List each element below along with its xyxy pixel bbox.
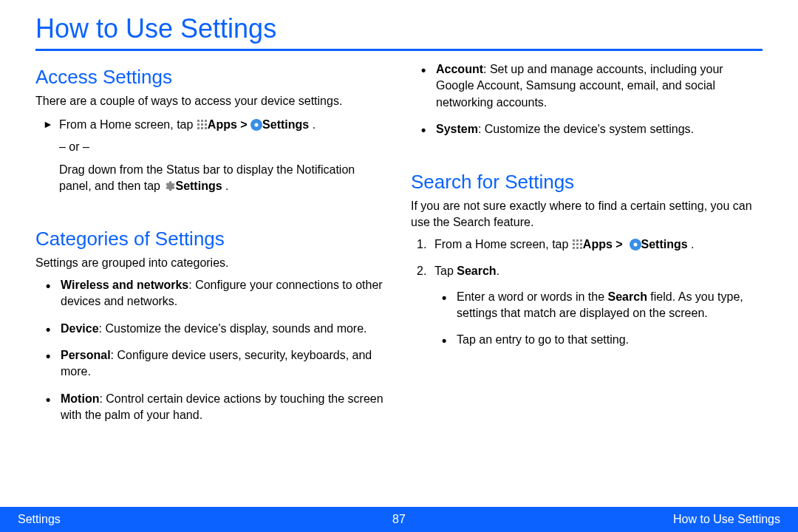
search-step-1: From a Home screen, tap Apps > Settings … (434, 236, 763, 253)
search-step-2: Tap Search. Enter a word or words in the… (434, 263, 763, 349)
category-item: Device: Customize the device's display, … (61, 321, 387, 337)
footer-page-number: 87 (392, 513, 406, 526)
arrow-icon: ► (43, 117, 53, 132)
access-intro: There are a couple of ways to access you… (35, 93, 387, 109)
search-intro: If you are not sure exactly where to fin… (411, 198, 763, 231)
footer-right: How to Use Settings (673, 513, 780, 526)
page-footer: Settings 87 How to Use Settings (0, 507, 798, 532)
settings-gear-icon (250, 119, 262, 131)
settings-gear-icon (630, 239, 641, 250)
search-sub-item: Tap an entry to go to that setting. (457, 332, 763, 348)
search-heading: Search for Settings (411, 171, 763, 194)
category-item: System: Customize the device's system se… (436, 121, 763, 137)
access-steps: ► From a Home screen, tap Apps > Setting… (35, 117, 387, 195)
apps-grid-icon (572, 239, 583, 250)
categories-list-right: Account: Set up and manage accounts, inc… (411, 61, 763, 138)
search-substeps: Enter a word or words in the Search fiel… (434, 289, 763, 349)
category-item: Personal: Configure device users, securi… (61, 347, 387, 381)
category-item: Motion: Control certain device actions b… (61, 391, 387, 424)
gear-icon (163, 180, 175, 192)
apps-grid-icon (197, 119, 208, 130)
search-sub-item: Enter a word or words in the Search fiel… (457, 289, 763, 322)
categories-heading: Categories of Settings (35, 228, 387, 250)
categories-intro: Settings are grouped into categories. (35, 255, 387, 271)
categories-list-left: Wireless and networks: Configure your co… (35, 277, 387, 424)
right-column: Account: Set up and manage accounts, inc… (411, 61, 763, 434)
category-item: Account: Set up and manage accounts, inc… (436, 61, 763, 111)
search-steps: From a Home screen, tap Apps > Settings … (411, 236, 763, 349)
access-heading: Access Settings (35, 66, 387, 89)
access-step-alt: Drag down from the Status bar to display… (59, 162, 387, 195)
left-column: Access Settings There are a couple of wa… (35, 61, 387, 434)
page-title: How to Use Settings (35, 13, 763, 51)
access-step-1: From a Home screen, tap Apps > Settings … (59, 117, 387, 133)
category-item: Wireless and networks: Configure your co… (61, 277, 387, 310)
or-separator: – or – (59, 139, 387, 155)
footer-left: Settings (18, 513, 61, 526)
